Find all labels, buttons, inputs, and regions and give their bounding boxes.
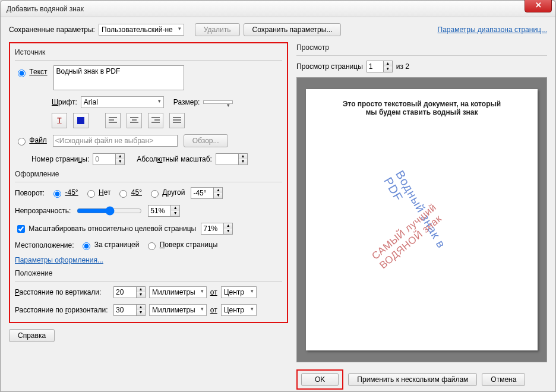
font-label: Шрифт:	[52, 98, 77, 106]
design-params-link[interactable]: Параметры оформления...	[15, 256, 103, 264]
apply-multiple-button[interactable]: Применить к нескольким файлам	[348, 373, 477, 386]
scale-value[interactable]: ▲▼	[201, 223, 233, 235]
file-radio-wrap[interactable]: Файл	[15, 136, 47, 146]
page-number-label: Номер страницы:	[31, 155, 89, 163]
rot-m45[interactable]: -45°	[50, 188, 78, 198]
text-radio[interactable]	[18, 69, 26, 77]
rot-none[interactable]: Нет	[84, 188, 111, 198]
position-group-label: Положение	[15, 268, 282, 279]
delete-button[interactable]: Удалить	[195, 23, 240, 36]
text-radio-wrap[interactable]: Текст	[15, 68, 48, 77]
underline-icon[interactable]: T	[52, 113, 67, 128]
hdist-unit-combo[interactable]: Миллиметры	[149, 304, 207, 316]
highlighted-left-panel: Источник Текст Водный знак в PDF Шрифт: …	[9, 42, 288, 323]
align-center-icon[interactable]	[127, 113, 142, 128]
align-left-icon[interactable]	[105, 113, 121, 128]
font-combo[interactable]: Arial	[81, 96, 164, 108]
hdist-label: Расстояние по горизонтали:	[15, 306, 110, 314]
align-justify-icon[interactable]	[169, 113, 185, 128]
loc-behind[interactable]: За страницей	[80, 241, 139, 250]
rotate-label: Поворот:	[15, 189, 45, 197]
align-right-icon[interactable]	[148, 113, 163, 128]
source-group-label: Источник	[15, 47, 282, 58]
titlebar: Добавить водяной знак ✕	[1, 1, 555, 17]
window-title: Добавить водяной знак	[7, 5, 84, 13]
opacity-slider[interactable]	[77, 206, 142, 216]
save-params-button[interactable]: Сохранить параметры...	[244, 23, 342, 36]
watermark-text-input[interactable]: Водный знак в PDF	[53, 65, 184, 90]
design-group-label: Оформление	[15, 169, 282, 179]
browse-button[interactable]: Обзор...	[184, 134, 228, 147]
opacity-label: Непрозрачность:	[15, 207, 71, 215]
loc-over[interactable]: Поверх страницы	[145, 241, 217, 250]
from-label-v: от	[210, 288, 217, 296]
preview-page-label: Просмотр страницы	[296, 62, 363, 71]
page-number-spin[interactable]: ▲▼	[93, 153, 125, 165]
size-label: Размер:	[173, 98, 200, 106]
preview-group-label: Просмотр	[296, 42, 547, 53]
vdist-from-combo[interactable]: Центр	[221, 286, 257, 298]
rot-other[interactable]: Другой	[148, 188, 185, 198]
location-label: Местоположение:	[15, 241, 74, 249]
rot-other-value[interactable]: ▲▼	[191, 187, 223, 199]
preview-of-label: из 2	[396, 62, 409, 71]
file-path-input[interactable]	[53, 135, 178, 147]
preview-page: Это просто текстовый документ, на которы…	[306, 89, 538, 350]
saved-params-combo[interactable]: Пользовательский-не	[99, 24, 184, 36]
watermark-red: САМЫЙ лучший ВОДЯНОЙ знак	[369, 179, 473, 271]
preview-page-spin[interactable]: ▲▼	[367, 61, 393, 72]
hdist-from-combo[interactable]: Центр	[221, 304, 257, 316]
abs-scale-label: Абсолютный масштаб:	[137, 155, 212, 163]
vdist-unit-combo[interactable]: Миллиметры	[149, 286, 207, 298]
vdist-label: Расстояние по вертикали:	[15, 288, 110, 296]
help-button[interactable]: Справка	[9, 329, 55, 342]
page-range-link[interactable]: Параметры диапазона страниц...	[438, 26, 547, 34]
preview-frame: Это просто текстовый документ, на которы…	[296, 77, 547, 362]
scale-check-wrap[interactable]: Масштабировать относительно целевой стра…	[15, 223, 196, 235]
scale-checkbox[interactable]	[17, 225, 25, 233]
hdist-spin[interactable]: ▲▼	[113, 304, 146, 316]
ok-button[interactable]: OK	[301, 373, 339, 386]
doc-text-1: Это просто текстовый документ, на которы…	[319, 100, 525, 108]
saved-params-label: Сохраненные параметры:	[9, 26, 95, 34]
close-button[interactable]: ✕	[525, 0, 552, 12]
text-color-icon[interactable]	[73, 113, 89, 128]
file-radio[interactable]	[18, 138, 26, 146]
abs-scale-spin[interactable]: ▲▼	[216, 153, 248, 165]
vdist-spin[interactable]: ▲▼	[113, 286, 146, 298]
opacity-value[interactable]: ▲▼	[148, 205, 180, 217]
cancel-button[interactable]: Отмена	[482, 373, 525, 386]
from-label-h: от	[210, 306, 217, 314]
rot-45[interactable]: 45°	[116, 188, 142, 198]
size-combo[interactable]	[203, 100, 233, 104]
doc-text-2: мы будем ставить водный знак	[319, 108, 525, 116]
